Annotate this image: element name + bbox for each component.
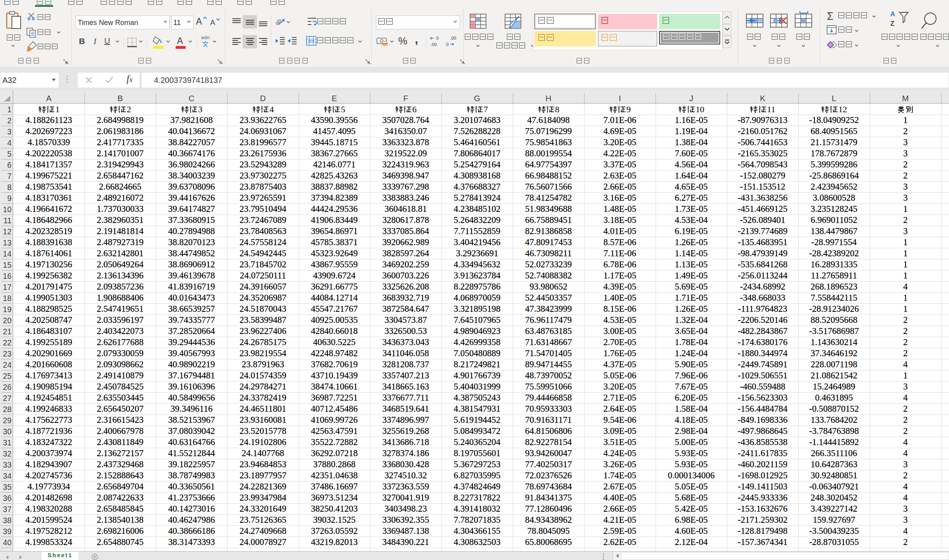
svg-text:0: 0	[446, 42, 449, 47]
svg-text:Z: Z	[890, 20, 894, 27]
svg-text:0: 0	[436, 36, 439, 40]
svg-text:.00: .00	[431, 42, 437, 47]
svg-text:.00: .00	[450, 36, 456, 40]
svg-text:A: A	[890, 11, 895, 18]
